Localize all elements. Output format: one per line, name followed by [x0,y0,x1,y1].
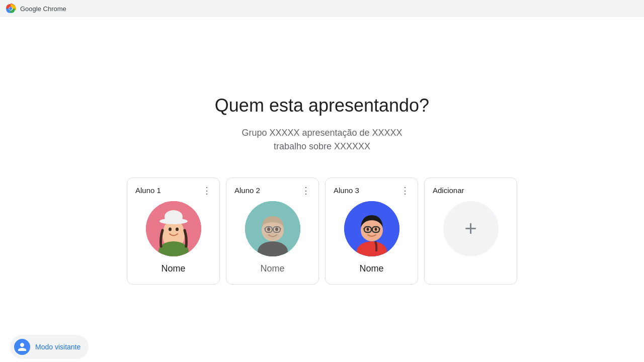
add-card-header: Adicionar [433,186,509,195]
card-3-label: Aluno 3 [334,186,359,195]
card-3-header: Aluno 3 ⋮ [334,186,410,195]
visitor-mode-label: Modo visitante [35,343,80,351]
card-1-header: Aluno 1 ⋮ [135,186,211,195]
bottom-bar: Modo visitante [0,332,644,362]
main-content: Quem esta apresentando? Grupo XXXXX apre… [0,17,644,362]
visitor-mode-button[interactable]: Modo visitante [10,335,89,359]
add-student-card[interactable]: Adicionar + [424,177,517,285]
svg-point-37 [374,228,377,231]
svg-point-36 [366,228,369,231]
subtitle-line2: trabalho sobre XXXXXX [274,141,370,151]
card-3-avatar [344,201,399,256]
title-bar-text: Google Chrome [20,5,66,13]
page-title: Quem esta apresentando? [215,95,429,116]
card-1-avatar [146,201,201,256]
card-2-avatar [245,201,300,256]
card-1-menu-icon[interactable]: ⋮ [202,186,211,195]
add-card-label: Adicionar [433,186,464,195]
chrome-logo-icon [5,3,16,14]
header-section: Quem esta apresentando? Grupo XXXXX apre… [215,95,429,153]
card-1-label: Aluno 1 [135,186,161,195]
card-2-label: Aluno 2 [234,186,260,195]
student-card-1[interactable]: Aluno 1 ⋮ [127,177,220,285]
svg-point-15 [169,227,172,231]
card-2-header: Aluno 2 ⋮ [234,186,310,195]
cards-row: Aluno 1 ⋮ [127,177,517,285]
card-2-overlay [245,201,300,256]
card-2-name: Nome [260,263,284,274]
plus-icon: + [464,217,477,241]
subtitle: Grupo XXXXX apresentação de XXXXX trabal… [215,126,429,153]
subtitle-line1: Grupo XXXXX apresentação de XXXXX [242,128,402,138]
svg-point-16 [176,227,179,231]
card-3-menu-icon[interactable]: ⋮ [400,186,410,195]
svg-rect-14 [165,210,183,223]
card-2-menu-icon[interactable]: ⋮ [301,186,310,195]
student-card-2[interactable]: Aluno 2 ⋮ [226,177,319,285]
visitor-account-icon [14,339,30,355]
card-3-name: Nome [359,263,383,274]
add-circle[interactable]: + [443,201,499,256]
student-card-3[interactable]: Aluno 3 ⋮ [325,177,418,285]
card-1-name: Nome [161,263,185,274]
svg-point-4 [9,7,12,10]
title-bar: Google Chrome [0,0,644,17]
